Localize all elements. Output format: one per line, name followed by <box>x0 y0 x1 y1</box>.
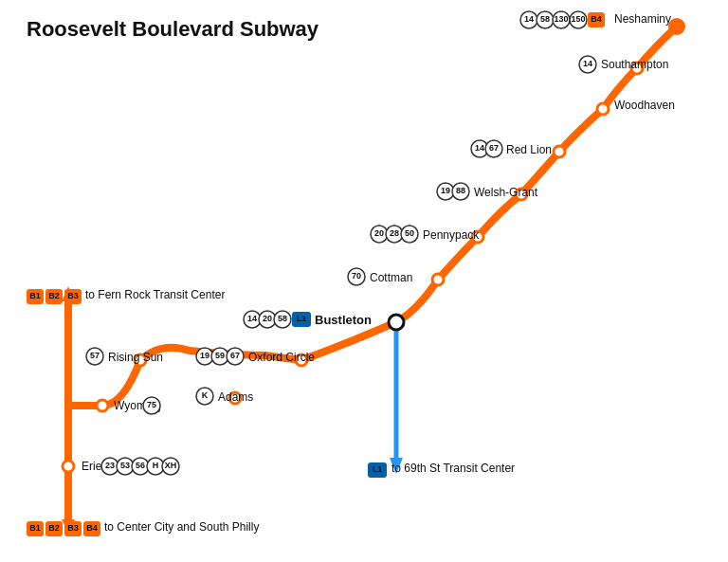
label-pennypack: Pennypack <box>423 228 480 242</box>
route-text-67-red-lion: 67 <box>489 143 499 153</box>
route-text-H-erie: H <box>153 461 159 470</box>
route-text-67-oxford: 67 <box>230 351 240 360</box>
route-text-K-adams: K <box>202 390 209 400</box>
route-text-19-oxford: 19 <box>200 351 209 360</box>
station-dot-woodhaven <box>597 103 609 115</box>
route-text-53-erie: 53 <box>120 461 130 470</box>
badge-text-B1-center-city: B1 <box>29 523 41 533</box>
route-text-14-southampton: 14 <box>583 59 592 68</box>
label-center-city: to Center City and South Philly <box>104 520 259 534</box>
label-welsh-grant: Welsh-Grant <box>474 186 538 199</box>
route-text-19-welsh-grant: 19 <box>441 186 450 195</box>
route-text-57-rising-sun: 57 <box>90 351 100 360</box>
label-cottman: Cottman <box>370 271 412 284</box>
badge-text-B3-center-city: B3 <box>67 523 79 533</box>
station-dot-red-lion <box>554 146 565 157</box>
route-text-28-pennypack: 28 <box>390 228 399 238</box>
label-woodhaven: Woodhaven <box>614 99 675 112</box>
route-text-XH-erie: XH <box>165 461 177 470</box>
label-rising-sun: Rising Sun <box>108 351 163 364</box>
badge-text-B2-center-city: B2 <box>48 523 60 533</box>
route-text-50-pennypack: 50 <box>405 228 414 238</box>
label-fern-rock: to Fern Rock Transit Center <box>85 288 225 301</box>
route-text-14-red-lion: 14 <box>475 143 484 153</box>
route-text-58-bustleton: 58 <box>278 314 287 323</box>
station-dot-wyoming <box>97 400 108 411</box>
route-text-150-neshaminy: 150 <box>571 14 585 24</box>
route-text-L1-bustleton: L1 <box>297 314 307 323</box>
badge-text-B3-fern-rock: B3 <box>67 291 79 300</box>
badge-text-L1-69th: L1 <box>373 464 383 474</box>
route-text-70-cottman: 70 <box>352 271 361 281</box>
station-dot-erie <box>63 461 74 472</box>
route-text-B4-neshaminy: B4 <box>591 14 602 24</box>
station-dot-bustleton <box>389 315 404 330</box>
label-oxford-circle: Oxford Circle <box>248 351 315 364</box>
route-text-75-wyoming: 75 <box>147 400 156 409</box>
label-erie: Erie <box>82 460 102 473</box>
badge-text-B2-fern-rock: B2 <box>48 291 60 300</box>
station-dot-neshaminy <box>669 19 684 34</box>
route-text-20-pennypack: 20 <box>374 228 384 238</box>
route-text-56-erie: 56 <box>136 461 145 470</box>
badge-text-B4-center-city: B4 <box>86 523 98 533</box>
route-text-20-bustleton: 20 <box>263 314 272 323</box>
label-neshaminy: Neshaminy <box>614 12 671 26</box>
label-bustleton: Bustleton <box>315 313 372 327</box>
route-text-88-welsh-grant: 88 <box>456 186 465 195</box>
label-69th-transit: to 69th St Transit Center <box>391 462 515 475</box>
route-text-23-erie: 23 <box>105 461 115 470</box>
route-text-14-bustleton: 14 <box>247 314 257 323</box>
label-southampton: Southampton <box>601 58 668 71</box>
route-text-58-neshaminy: 58 <box>540 14 550 24</box>
map-container: Roosevelt Boulevard Subway <box>0 0 728 562</box>
route-text-59-oxford: 59 <box>215 351 225 360</box>
label-adams: Adams <box>218 390 253 404</box>
station-dot-cottman <box>432 274 444 285</box>
subway-map: 14 58 130 150 B4 Neshaminy 14 Southampto… <box>0 0 728 562</box>
label-red-lion: Red Lion <box>506 143 552 156</box>
route-text-14-neshaminy: 14 <box>524 14 534 24</box>
route-text-130-neshaminy: 130 <box>554 14 568 24</box>
badge-text-B1-fern-rock: B1 <box>29 291 41 300</box>
